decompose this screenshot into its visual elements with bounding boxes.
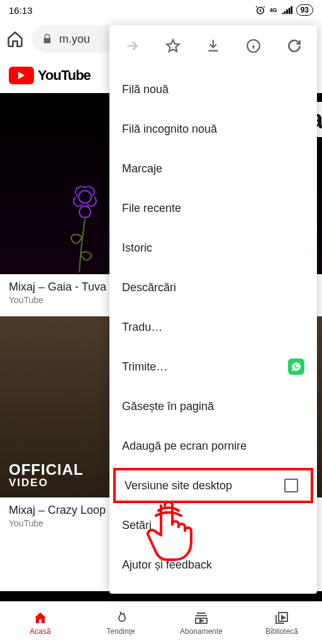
nav-label: Tendințe: [106, 627, 135, 636]
menu-history[interactable]: Istoric: [109, 230, 317, 265]
nav-label: Acasă: [30, 627, 50, 636]
signal-icon: [281, 6, 292, 14]
menu-help-feedback[interactable]: Ajutor și feedback: [109, 547, 317, 582]
browser-overflow-menu: Filă nouă Filă incognito nouă Marcaje Fi…: [109, 25, 317, 594]
library-icon: [274, 611, 289, 626]
menu-new-incognito[interactable]: Filă incognito nouă: [109, 111, 317, 147]
bottom-navigation: Acasă Tendințe Abonamente Bibliotecă: [0, 601, 322, 644]
url-text: m.you: [59, 33, 90, 46]
menu-settings[interactable]: Setări: [109, 508, 317, 543]
menu-find-in-page[interactable]: Găsește în pagină: [109, 389, 317, 424]
menu-icon-row: [109, 25, 317, 67]
download-icon[interactable]: [199, 32, 227, 60]
home-icon[interactable]: [6, 30, 24, 48]
info-icon[interactable]: [240, 32, 267, 60]
menu-list: Filă nouă Filă incognito nouă Marcaje Fi…: [109, 67, 317, 594]
reload-icon[interactable]: [280, 32, 308, 60]
menu-downloads[interactable]: Descărcări: [109, 270, 317, 305]
menu-recent-tabs[interactable]: File recente: [109, 191, 317, 226]
flame-icon: [113, 611, 128, 626]
menu-desktop-site[interactable]: Versiune site desktop: [113, 468, 313, 503]
menu-new-tab[interactable]: Filă nouă: [109, 72, 317, 107]
svg-point-1: [79, 191, 91, 203]
network-type: 4G: [270, 8, 277, 13]
menu-translate[interactable]: Tradu…: [109, 309, 317, 345]
subscriptions-icon: [194, 611, 209, 626]
nav-library[interactable]: Bibliotecă: [242, 602, 322, 644]
nav-trending[interactable]: Tendințe: [80, 602, 161, 644]
nav-subscriptions[interactable]: Abonamente: [161, 602, 242, 644]
status-indicators: 4G 93: [255, 4, 313, 16]
forward-icon: [118, 32, 146, 60]
nav-label: Bibliotecă: [265, 627, 298, 636]
official-video-badge: OFFICIAL VIDEO: [9, 462, 84, 489]
nav-home[interactable]: Acasă: [0, 602, 80, 644]
menu-bookmarks[interactable]: Marcaje: [109, 151, 317, 186]
whatsapp-icon: [288, 358, 304, 375]
battery-indicator: 93: [296, 4, 313, 16]
status-time: 16:13: [9, 5, 33, 16]
youtube-logo-icon[interactable]: [9, 67, 34, 84]
menu-share[interactable]: Trimite…: [109, 349, 317, 384]
menu-add-homescreen[interactable]: Adaugă pe ecran pornire: [109, 428, 317, 464]
status-bar: 16:13 4G 93: [0, 0, 322, 20]
youtube-wordmark: YouTube: [38, 67, 91, 84]
alarm-icon: [255, 4, 266, 16]
nav-label: Abonamente: [180, 627, 223, 636]
home-filled-icon: [33, 611, 48, 626]
lock-icon: [42, 33, 53, 45]
desktop-site-checkbox[interactable]: [284, 479, 298, 492]
bookmark-star-icon[interactable]: [159, 32, 187, 60]
